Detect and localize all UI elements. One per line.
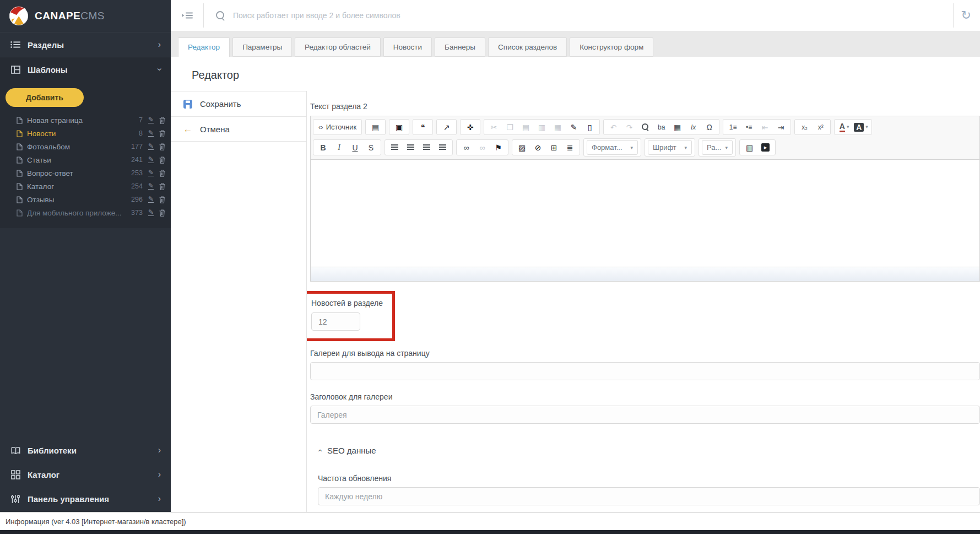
tab-form-builder[interactable]: Конструктор форм (570, 37, 653, 57)
outdent-button[interactable]: ⇤ (757, 121, 773, 133)
sidebar-item-news[interactable]: Новости 8 ✎ (0, 127, 171, 140)
underline-button[interactable]: U (347, 141, 363, 154)
editor-content[interactable] (311, 160, 979, 267)
paste-button[interactable]: ▤ (518, 121, 534, 133)
templates-button[interactable]: ▣ (391, 121, 407, 133)
find-button[interactable] (637, 121, 653, 133)
undo-button[interactable]: ↶ (605, 121, 621, 133)
preview-button[interactable]: ▤ (367, 121, 383, 133)
align-center-button[interactable] (403, 141, 419, 154)
sidebar-item-photo-album[interactable]: Фотоальбом 177 ✎ (0, 140, 171, 153)
bold-button[interactable]: B (315, 141, 331, 154)
paste-edit-button[interactable]: ✎ (566, 121, 582, 133)
redo-button[interactable]: ↷ (621, 121, 637, 133)
search-input[interactable] (232, 10, 943, 20)
unlink-button[interactable]: ∞ (474, 141, 490, 154)
refresh-icon[interactable]: ↻ (961, 9, 971, 21)
cut-button[interactable]: ✂ (486, 121, 502, 133)
seo-section-toggle[interactable]: › SEO данные (318, 446, 980, 455)
bg-color-button[interactable]: A▾ (852, 121, 870, 133)
delete-icon[interactable] (159, 209, 165, 217)
tab-editor[interactable]: Редактор (178, 37, 230, 57)
edit-icon[interactable]: ✎ (148, 170, 154, 176)
sidebar-item-templates[interactable]: Шаблоны › (0, 57, 171, 82)
horizontal-rule-button[interactable]: ≣ (562, 141, 578, 154)
delete-icon[interactable] (159, 117, 165, 124)
tab-sections-list[interactable]: Список разделов (488, 37, 567, 57)
maximize-button[interactable]: ✜ (462, 121, 478, 133)
sidebar-item-catalog[interactable]: Каталог › (0, 462, 171, 487)
anchor-button[interactable]: ⚑ (490, 141, 506, 154)
sidebar-item-libraries[interactable]: Библиотеки › (0, 438, 171, 462)
text-color-button[interactable]: A▾ (836, 121, 852, 133)
replace-button[interactable]: ba (653, 121, 669, 133)
add-template-button[interactable]: Добавить (6, 88, 84, 107)
table-button[interactable]: ⊞ (546, 141, 562, 154)
delete-icon[interactable] (159, 196, 165, 203)
edit-icon[interactable]: ✎ (148, 117, 154, 123)
video-button[interactable]: ▸ (757, 141, 773, 154)
tab-news[interactable]: Новости (383, 37, 432, 57)
toolbar-group: ▣ (389, 119, 409, 135)
align-left-button[interactable] (387, 141, 403, 154)
edit-icon[interactable]: ✎ (148, 130, 154, 137)
gallery-title-input[interactable] (310, 406, 980, 424)
edit-icon[interactable]: ✎ (148, 209, 154, 216)
clipboard-button[interactable]: ▯ (582, 121, 598, 133)
italic-button[interactable]: I (331, 141, 347, 154)
edit-icon[interactable]: ✎ (148, 143, 154, 150)
bulleted-list-button[interactable]: •≡ (741, 121, 757, 133)
sidebar-item-reviews[interactable]: Отзывы 296 ✎ (0, 193, 171, 206)
tab-banners[interactable]: Баннеры (435, 37, 485, 57)
edit-icon[interactable]: ✎ (148, 157, 154, 163)
paste-plain-text-button[interactable]: ▥ (534, 121, 550, 133)
copy-button[interactable]: ❐ (502, 121, 518, 133)
superscript-button[interactable]: x² (813, 121, 829, 133)
edit-icon[interactable]: ✎ (148, 196, 154, 203)
align-right-button[interactable] (419, 141, 435, 154)
font-dropdown[interactable]: Шрифт▾ (648, 140, 692, 155)
strikethrough-button[interactable]: S (363, 141, 379, 154)
subscript-button[interactable]: x₂ (797, 121, 813, 133)
open-link-button[interactable]: ↗ (438, 121, 454, 133)
toggle-menu-icon[interactable] (182, 11, 193, 20)
special-char-button[interactable]: Ω (701, 121, 717, 133)
format-dropdown[interactable]: Формат...▾ (587, 140, 638, 155)
sidebar-item-catalog[interactable]: Каталог 254 ✎ (0, 180, 171, 193)
delete-icon[interactable] (159, 157, 165, 164)
edit-icon[interactable]: ✎ (148, 183, 154, 190)
link-button[interactable]: ∞ (458, 141, 474, 154)
delete-icon[interactable] (159, 143, 165, 150)
numbered-list-button[interactable]: 1≡ (725, 121, 741, 133)
remove-format-button[interactable]: Ix (685, 121, 701, 133)
sidebar-item-sections[interactable]: Разделы › (0, 32, 171, 57)
align-justify-button[interactable] (435, 141, 451, 154)
chevron-right-icon: › (158, 494, 161, 503)
logo[interactable]: CANAPECMS (0, 0, 171, 32)
size-dropdown[interactable]: Ра...▾ (702, 140, 733, 155)
sidebar-item-mobile-app[interactable]: Для мобильного приложе... 373 ✎ (0, 206, 171, 219)
paste-from-word-button[interactable]: ▦ (550, 121, 566, 133)
update-frequency-input[interactable] (318, 487, 980, 505)
tab-areas-editor[interactable]: Редактор областей (295, 37, 381, 57)
cancel-button[interactable]: ← Отмена (171, 116, 306, 142)
film-button[interactable]: ▥ (741, 141, 757, 154)
source-button[interactable]: ‹›Источник (315, 121, 360, 133)
delete-icon[interactable] (159, 170, 165, 177)
select-all-button[interactable]: ▦ (669, 121, 685, 133)
sidebar-item-articles[interactable]: Статьи 241 ✎ (0, 153, 171, 166)
sidebar-item-new-page[interactable]: Новая страница 7 ✎ (0, 114, 171, 127)
delete-icon[interactable] (159, 183, 165, 190)
comment-button[interactable]: ❝ (415, 121, 431, 133)
flash-button[interactable]: ⊘ (530, 141, 546, 154)
sidebar-item-faq[interactable]: Вопрос-ответ 253 ✎ (0, 166, 171, 180)
indent-button[interactable]: ⇥ (773, 121, 789, 133)
delete-icon[interactable] (159, 130, 165, 137)
news-count-input[interactable] (311, 312, 360, 331)
brand-name: CANAPECMS (35, 10, 105, 22)
sidebar-item-control-panel[interactable]: Панель управления › (0, 487, 171, 511)
save-button[interactable]: Сохранить (171, 91, 306, 116)
tab-parameters[interactable]: Параметры (232, 37, 292, 57)
galleries-input[interactable] (310, 362, 980, 380)
image-button[interactable]: ▨ (514, 141, 530, 154)
